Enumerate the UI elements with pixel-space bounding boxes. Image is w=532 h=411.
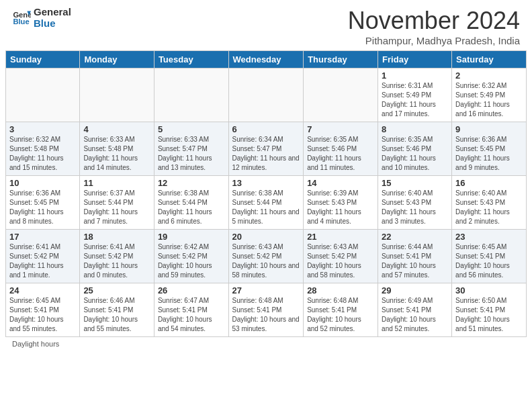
calendar-cell: 19Sunrise: 6:42 AM Sunset: 5:42 PM Dayli…	[154, 230, 228, 283]
day-number: 4	[83, 124, 150, 134]
day-info: Sunrise: 6:37 AM Sunset: 5:44 PM Dayligh…	[83, 189, 150, 226]
day-info: Sunrise: 6:34 AM Sunset: 5:47 PM Dayligh…	[232, 135, 300, 173]
day-number: 8	[382, 124, 448, 134]
logo-general-text: General	[34, 7, 71, 18]
day-info: Sunrise: 6:43 AM Sunset: 5:42 PM Dayligh…	[232, 242, 300, 280]
calendar-cell	[228, 68, 304, 122]
calendar-cell: 17Sunrise: 6:41 AM Sunset: 5:42 PM Dayli…	[6, 230, 80, 283]
calendar-cell: 29Sunrise: 6:49 AM Sunset: 5:41 PM Dayli…	[378, 283, 452, 337]
daylight-label: Daylight hours	[12, 340, 59, 348]
day-info: Sunrise: 6:47 AM Sunset: 5:41 PM Dayligh…	[158, 296, 225, 334]
day-number: 20	[232, 232, 300, 242]
calendar-cell: 10Sunrise: 6:36 AM Sunset: 5:45 PM Dayli…	[6, 176, 80, 230]
week-row-3: 10Sunrise: 6:36 AM Sunset: 5:45 PM Dayli…	[6, 176, 527, 230]
day-info: Sunrise: 6:32 AM Sunset: 5:49 PM Dayligh…	[455, 81, 523, 119]
day-info: Sunrise: 6:45 AM Sunset: 5:41 PM Dayligh…	[455, 242, 523, 280]
logo-blue-text: Blue	[34, 18, 71, 30]
day-info: Sunrise: 6:48 AM Sunset: 5:41 PM Dayligh…	[307, 296, 374, 334]
day-info: Sunrise: 6:32 AM Sunset: 5:48 PM Dayligh…	[9, 135, 76, 173]
day-number: 27	[232, 285, 300, 295]
day-info: Sunrise: 6:38 AM Sunset: 5:44 PM Dayligh…	[158, 189, 225, 226]
calendar-cell: 2Sunrise: 6:32 AM Sunset: 5:49 PM Daylig…	[452, 68, 527, 122]
calendar-cell: 5Sunrise: 6:33 AM Sunset: 5:47 PM Daylig…	[154, 122, 228, 176]
calendar-cell: 11Sunrise: 6:37 AM Sunset: 5:44 PM Dayli…	[80, 176, 154, 230]
calendar-cell: 8Sunrise: 6:35 AM Sunset: 5:46 PM Daylig…	[378, 122, 452, 176]
day-number: 28	[307, 285, 374, 295]
day-info: Sunrise: 6:35 AM Sunset: 5:46 PM Dayligh…	[382, 135, 448, 173]
calendar-cell	[304, 68, 378, 122]
calendar-table: SundayMondayTuesdayWednesdayThursdayFrid…	[5, 50, 527, 337]
week-row-1: 1Sunrise: 6:31 AM Sunset: 5:49 PM Daylig…	[6, 68, 527, 122]
day-info: Sunrise: 6:43 AM Sunset: 5:42 PM Dayligh…	[307, 242, 374, 280]
day-info: Sunrise: 6:49 AM Sunset: 5:41 PM Dayligh…	[382, 296, 448, 334]
day-info: Sunrise: 6:31 AM Sunset: 5:49 PM Dayligh…	[382, 81, 448, 119]
calendar-cell: 21Sunrise: 6:43 AM Sunset: 5:42 PM Dayli…	[304, 230, 378, 283]
week-row-2: 3Sunrise: 6:32 AM Sunset: 5:48 PM Daylig…	[6, 122, 527, 176]
calendar-cell: 14Sunrise: 6:39 AM Sunset: 5:43 PM Dayli…	[304, 176, 378, 230]
title-section: November 2024 Pithampur, Madhya Pradesh,…	[348, 7, 520, 46]
day-info: Sunrise: 6:44 AM Sunset: 5:41 PM Dayligh…	[382, 242, 448, 280]
day-number: 17	[9, 232, 76, 242]
day-number: 5	[158, 124, 225, 134]
weekday-header-wednesday: Wednesday	[228, 51, 304, 68]
calendar-cell: 6Sunrise: 6:34 AM Sunset: 5:47 PM Daylig…	[228, 122, 304, 176]
calendar-cell	[6, 68, 80, 122]
calendar-cell: 15Sunrise: 6:40 AM Sunset: 5:43 PM Dayli…	[378, 176, 452, 230]
day-number: 13	[232, 178, 300, 188]
day-number: 10	[9, 178, 76, 188]
day-number: 1	[382, 71, 448, 81]
day-info: Sunrise: 6:41 AM Sunset: 5:42 PM Dayligh…	[83, 242, 150, 280]
day-number: 2	[455, 71, 523, 81]
day-number: 24	[9, 285, 76, 295]
day-number: 30	[455, 285, 523, 295]
day-info: Sunrise: 6:41 AM Sunset: 5:42 PM Dayligh…	[9, 242, 76, 280]
weekday-header-row: SundayMondayTuesdayWednesdayThursdayFrid…	[6, 51, 527, 68]
day-number: 22	[382, 232, 448, 242]
day-info: Sunrise: 6:48 AM Sunset: 5:41 PM Dayligh…	[232, 296, 300, 334]
weekday-header-tuesday: Tuesday	[154, 51, 228, 68]
weekday-header-saturday: Saturday	[452, 51, 527, 68]
logo: General Blue General Blue	[12, 7, 71, 29]
week-row-5: 24Sunrise: 6:45 AM Sunset: 5:41 PM Dayli…	[6, 283, 527, 337]
day-info: Sunrise: 6:33 AM Sunset: 5:48 PM Dayligh…	[83, 135, 150, 173]
calendar-cell: 20Sunrise: 6:43 AM Sunset: 5:42 PM Dayli…	[228, 230, 304, 283]
day-info: Sunrise: 6:39 AM Sunset: 5:43 PM Dayligh…	[307, 189, 374, 226]
calendar-cell: 24Sunrise: 6:45 AM Sunset: 5:41 PM Dayli…	[6, 283, 80, 337]
day-info: Sunrise: 6:38 AM Sunset: 5:44 PM Dayligh…	[232, 189, 300, 226]
day-info: Sunrise: 6:42 AM Sunset: 5:42 PM Dayligh…	[158, 242, 225, 280]
day-number: 15	[382, 178, 448, 188]
day-number: 12	[158, 178, 225, 188]
day-number: 25	[83, 285, 150, 295]
day-info: Sunrise: 6:46 AM Sunset: 5:41 PM Dayligh…	[83, 296, 150, 334]
calendar-cell: 12Sunrise: 6:38 AM Sunset: 5:44 PM Dayli…	[154, 176, 228, 230]
page-container: General Blue General Blue November 2024 …	[0, 0, 532, 351]
calendar-cell: 23Sunrise: 6:45 AM Sunset: 5:41 PM Dayli…	[452, 230, 527, 283]
day-number: 11	[83, 178, 150, 188]
weekday-header-thursday: Thursday	[304, 51, 378, 68]
weekday-header-sunday: Sunday	[6, 51, 80, 68]
svg-text:Blue: Blue	[13, 17, 29, 26]
day-info: Sunrise: 6:36 AM Sunset: 5:45 PM Dayligh…	[455, 135, 523, 173]
location-subtitle: Pithampur, Madhya Pradesh, India	[348, 35, 520, 46]
day-number: 7	[307, 124, 374, 134]
calendar-cell: 1Sunrise: 6:31 AM Sunset: 5:49 PM Daylig…	[378, 68, 452, 122]
day-info: Sunrise: 6:40 AM Sunset: 5:43 PM Dayligh…	[382, 189, 448, 226]
day-number: 26	[158, 285, 225, 295]
calendar-cell: 7Sunrise: 6:35 AM Sunset: 5:46 PM Daylig…	[304, 122, 378, 176]
footer: Daylight hours	[0, 337, 532, 351]
calendar-cell: 22Sunrise: 6:44 AM Sunset: 5:41 PM Dayli…	[378, 230, 452, 283]
calendar-cell: 4Sunrise: 6:33 AM Sunset: 5:48 PM Daylig…	[80, 122, 154, 176]
calendar-cell: 27Sunrise: 6:48 AM Sunset: 5:41 PM Dayli…	[228, 283, 304, 337]
calendar-body: 1Sunrise: 6:31 AM Sunset: 5:49 PM Daylig…	[6, 68, 527, 337]
day-info: Sunrise: 6:33 AM Sunset: 5:47 PM Dayligh…	[158, 135, 225, 173]
calendar-cell: 13Sunrise: 6:38 AM Sunset: 5:44 PM Dayli…	[228, 176, 304, 230]
calendar-header: SundayMondayTuesdayWednesdayThursdayFrid…	[6, 51, 527, 68]
day-number: 3	[9, 124, 76, 134]
week-row-4: 17Sunrise: 6:41 AM Sunset: 5:42 PM Dayli…	[6, 230, 527, 283]
day-info: Sunrise: 6:35 AM Sunset: 5:46 PM Dayligh…	[307, 135, 374, 173]
day-number: 21	[307, 232, 374, 242]
calendar-cell: 18Sunrise: 6:41 AM Sunset: 5:42 PM Dayli…	[80, 230, 154, 283]
day-number: 14	[307, 178, 374, 188]
calendar-wrapper: SundayMondayTuesdayWednesdayThursdayFrid…	[0, 50, 532, 337]
day-info: Sunrise: 6:50 AM Sunset: 5:41 PM Dayligh…	[455, 296, 523, 334]
